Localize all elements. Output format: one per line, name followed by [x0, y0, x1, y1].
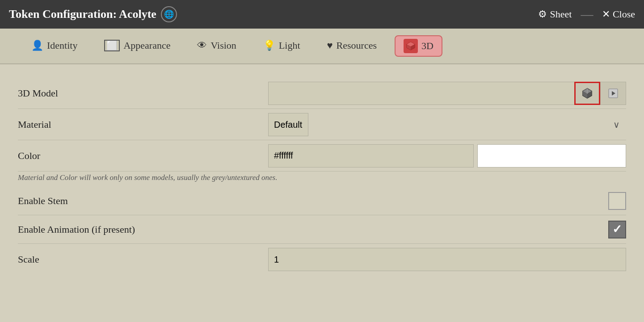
enable-stem-checkbox[interactable] [608, 192, 626, 210]
tab-resources[interactable]: ♥ Resources [314, 29, 390, 63]
tab-appearance-label: Appearance [123, 40, 170, 51]
enable-animation-row: Enable Animation (if present) ✓ [18, 215, 626, 244]
titlebar-left: Token Configuration: Acolyte 🌐 [9, 6, 177, 22]
titlebar-right: ⚙ Sheet — ✕ Close [538, 7, 635, 21]
chevron-down-icon: ∨ [613, 119, 620, 130]
titlebar-separator: — [581, 7, 593, 21]
model-3d-button[interactable] [574, 82, 600, 105]
gear-icon: ⚙ [538, 8, 547, 20]
tab-identity-label: Identity [47, 40, 77, 51]
enable-stem-label: Enable Stem [18, 195, 608, 207]
tabbar: 👤 Identity ⬜ Appearance 👁 Vision 💡 Light… [0, 29, 644, 64]
tab-identity[interactable]: 👤 Identity [18, 29, 91, 63]
globe-icon[interactable]: 🌐 [161, 6, 177, 22]
enable-stem-row: Enable Stem [18, 187, 626, 215]
tab-appearance[interactable]: ⬜ Appearance [91, 29, 184, 63]
model-text-input[interactable] [268, 82, 574, 105]
checkmark-icon: ✓ [612, 224, 622, 235]
material-label: Material [18, 119, 268, 130]
color-text-input[interactable] [268, 144, 474, 167]
color-control [268, 144, 626, 167]
window-title: Token Configuration: Acolyte [9, 8, 156, 21]
titlebar: Token Configuration: Acolyte 🌐 ⚙ Sheet —… [0, 0, 644, 29]
window: Token Configuration: Acolyte 🌐 ⚙ Sheet —… [0, 0, 644, 322]
material-select[interactable]: Default [268, 113, 308, 136]
sheet-button[interactable]: ⚙ Sheet [538, 8, 572, 20]
enable-animation-checkbox[interactable]: ✓ [608, 221, 626, 238]
vision-icon: 👁 [197, 40, 207, 51]
scale-row: Scale [18, 244, 626, 275]
help-text: Material and Color will work only on som… [18, 171, 626, 187]
model-import-button[interactable] [600, 82, 626, 105]
enable-animation-label: Enable Animation (if present) [18, 224, 608, 235]
model-control [268, 82, 626, 105]
tab-light[interactable]: 💡 Light [250, 29, 314, 63]
tab-vision-label: Vision [210, 40, 236, 51]
scale-label: Scale [18, 254, 268, 265]
tab-3d-label: 3D [421, 40, 434, 52]
material-control: Default ∨ [268, 113, 626, 136]
tab-resources-label: Resources [337, 40, 377, 51]
sheet-label: Sheet [550, 8, 572, 20]
content-area: 3D Model [0, 64, 644, 322]
material-row: Material Default ∨ [18, 109, 626, 140]
color-row: Color [18, 140, 626, 171]
scale-input[interactable] [268, 248, 626, 271]
color-label: Color [18, 150, 268, 162]
model-label: 3D Model [18, 88, 268, 99]
close-label: ✕ Close [602, 8, 635, 20]
appearance-icon: ⬜ [104, 40, 120, 51]
material-select-wrapper: Default ∨ [268, 113, 626, 136]
tab-vision[interactable]: 👁 Vision [184, 29, 249, 63]
tab-3d[interactable]: 3D [395, 35, 442, 57]
close-button[interactable]: ✕ Close [602, 8, 635, 20]
light-icon: 💡 [263, 40, 275, 51]
model-input-wrapper [268, 82, 626, 105]
identity-icon: 👤 [31, 40, 43, 51]
cube-icon [404, 39, 418, 53]
color-swatch[interactable] [477, 144, 626, 167]
resources-icon: ♥ [327, 40, 333, 51]
model-row: 3D Model [18, 78, 626, 109]
tab-light-label: Light [279, 40, 300, 51]
scale-control [268, 248, 626, 271]
